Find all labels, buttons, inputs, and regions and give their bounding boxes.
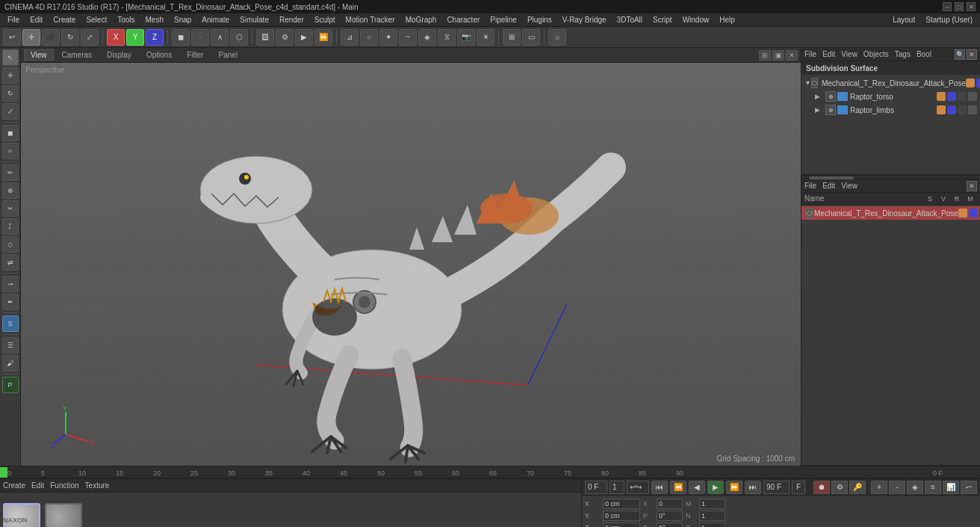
light-tool[interactable]: ☀ [477,29,494,46]
menu-character[interactable]: Character [442,15,484,25]
prev-key-button[interactable]: ⏪ [670,481,686,494]
sun-tool[interactable]: ☼ [548,29,566,46]
close-button[interactable]: ✕ [967,2,976,11]
left-knife-tool[interactable]: ✂ [2,200,19,217]
obj-header-search-button[interactable]: 🔍 [955,49,965,60]
tree-badge-v-torso[interactable] [947,92,956,101]
tree-item-raptor-limbs[interactable]: ▶ ⊕ Raptor_limbs [801,103,980,117]
menu-animate[interactable]: Animate [197,15,234,25]
fcurve-button[interactable]: ⤺ [961,481,977,494]
left-rotate-tool[interactable]: ↻ [2,85,19,102]
select-box-tool[interactable]: ⬛ [42,29,60,46]
viewport-tab-panel[interactable]: Panel [212,49,245,61]
bottom-badge-s[interactable] [958,209,967,218]
timeline-frame-step[interactable]: 1 [610,481,624,494]
timeline-ruler[interactable]: 0 5 10 15 20 25 30 35 40 45 50 55 60 65 … [0,466,980,478]
auto-key-button[interactable]: ⚙ [831,481,848,494]
key-button[interactable]: 🔑 [849,481,866,494]
viewport-expand-button[interactable]: ⊞ [759,50,771,61]
camera-tool[interactable]: 📷 [457,29,475,46]
timeline-loop-display[interactable]: ↩↪ [627,481,649,494]
menu-vray[interactable]: V-Ray Bridge [558,15,611,25]
grid-tool[interactable]: ⊞ [503,29,521,46]
mat-edit-button[interactable]: Edit [31,481,44,490]
menu-snap[interactable]: Snap [170,15,196,25]
viewport-tab-view[interactable]: View [24,49,54,61]
obj-header-close-button[interactable]: ✕ [967,49,977,60]
left-object-tool[interactable]: ◼ [2,125,19,141]
attr-z-m[interactable]: 1 [699,523,725,527]
menu-window[interactable]: Window [678,15,714,25]
live-select-tool[interactable]: ○ [360,29,378,46]
attr-y-m[interactable]: 1 [699,511,725,521]
tree-badge-s-torso[interactable] [937,92,946,101]
minimize-button[interactable]: ─ [943,2,952,11]
viewport-close-button[interactable]: ✕ [786,50,798,61]
viewport-canvas[interactable]: Perspective Grid Spacing : 1000 cm X Y Z [21,63,801,466]
add-keyframe-button[interactable]: + [871,481,887,494]
bottom-badge-v[interactable] [969,209,978,218]
scale-tool[interactable]: ⤢ [81,29,99,46]
attr-x-m[interactable]: 1 [699,499,725,509]
obj-header-edit[interactable]: Edit [822,50,835,58]
undo-tool[interactable]: ↩ [3,29,21,46]
attr-x-rot[interactable]: 0 [657,499,683,509]
deformer-tool[interactable]: ⧖ [438,29,456,46]
attr-z-pos[interactable]: 0 cm [603,523,640,527]
mat-texture-button[interactable]: Texture [85,481,110,490]
tree-badge-m-torso[interactable] [968,92,977,101]
menu-select[interactable]: Select [81,15,111,25]
material-swatch-robot2[interactable]: Robot_1 [45,503,82,527]
motion-path-button[interactable]: ◈ [907,481,923,494]
tree-badge-s-limbs[interactable] [937,105,946,114]
tree-badge-s-trex[interactable] [966,78,975,87]
y-axis-button[interactable]: Y [126,29,144,46]
tree-badge-v-limbs[interactable] [947,105,956,114]
menu-pipeline[interactable]: Pipeline [486,15,521,25]
scrollbar-thumb[interactable] [809,176,854,179]
delete-keyframe-button[interactable]: - [889,481,905,494]
play-button[interactable]: ▶ [707,481,724,494]
polygon-mode-tool[interactable]: ⬡ [230,29,248,46]
floor-tool[interactable]: ▭ [522,29,540,46]
left-s-tool[interactable]: S [2,315,19,332]
left-scale-tool[interactable]: ⤢ [2,103,19,120]
left-path-tool[interactable]: ⊸ [2,276,19,292]
menu-tools[interactable]: Tools [113,15,139,25]
goto-start-button[interactable]: ⏮ [651,481,668,494]
tree-badge-v-trex[interactable] [976,78,980,87]
left-bridge-tool[interactable]: ⇌ [2,254,19,271]
point-mode-tool[interactable]: · [191,29,209,46]
obj-bottom-close-button[interactable]: ✕ [967,181,977,191]
left-select-tool[interactable]: ↖ [2,49,19,66]
timeline-end-frame[interactable]: 90 F [763,481,790,494]
menu-file[interactable]: File [3,15,24,25]
obj-bottom-edit[interactable]: Edit [822,182,835,190]
menu-create[interactable]: Create [49,15,80,25]
obj-header-bool[interactable]: Bool [917,50,931,58]
maximize-button[interactable]: □ [955,2,964,11]
obj-bottom-view[interactable]: View [841,182,858,190]
viewport-tab-display[interactable]: Display [100,49,138,61]
timeline-fps[interactable]: F [792,481,805,494]
add-tool[interactable]: ✦ [379,29,397,46]
tree-item-mechanical-trex[interactable]: ▼ ⬡ Mechanical_T_Rex_Dinosaur_Attack_Pos… [801,76,980,90]
obj-header-view[interactable]: View [841,50,858,58]
left-tweak-tool[interactable]: ≈ [2,143,19,159]
obj-header-objects[interactable]: Objects [863,50,889,58]
left-layer-tool[interactable]: ☰ [2,337,19,354]
mat-function-button[interactable]: Function [50,481,78,490]
edge-mode-tool[interactable]: ∧ [211,29,229,46]
next-key-button[interactable]: ⏩ [726,481,742,494]
viewport-tab-options[interactable]: Options [140,49,179,61]
menu-startup[interactable]: Startup (User) [921,15,977,25]
mat-create-button[interactable]: Create [3,481,25,490]
viewport-tab-filter[interactable]: Filter [180,49,210,61]
obj-header-file[interactable]: File [804,50,816,58]
record-button[interactable]: ⏺ [813,481,830,494]
z-axis-button[interactable]: Z [146,29,164,46]
goto-end-button[interactable]: ⏭ [745,481,761,494]
left-python-tool[interactable]: P [2,377,19,393]
menu-script[interactable]: Script [648,15,677,25]
left-brush-tool[interactable]: ✏ [2,164,19,181]
